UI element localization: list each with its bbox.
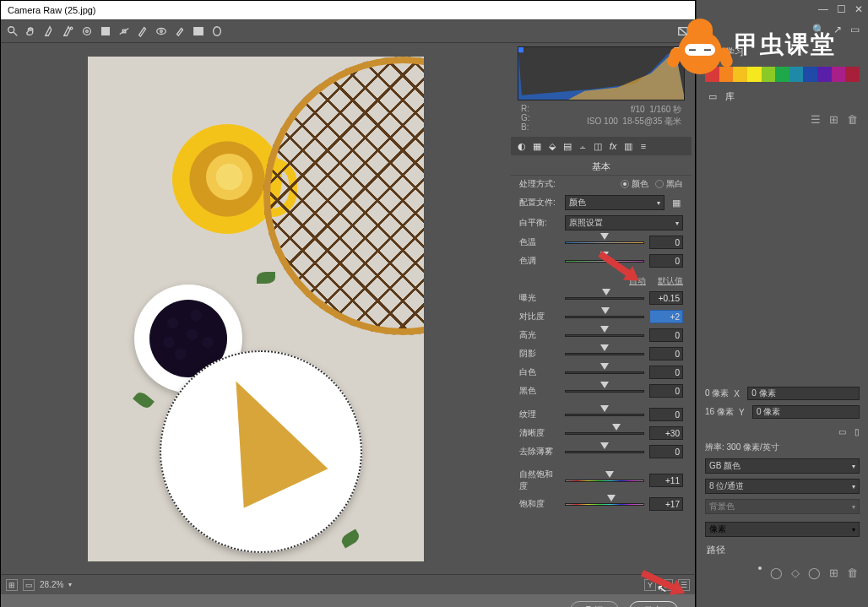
dehaze-value[interactable]: 0 xyxy=(649,445,683,458)
temp-value[interactable]: 0 xyxy=(649,236,683,249)
meta-r: R: xyxy=(521,104,530,113)
window-title: Camera Raw (25.jpg) xyxy=(8,5,96,15)
statusbar: ⊞ ▭ 28.2% ▾ Y ⇄ ☰ xyxy=(1,574,695,594)
color-sampler-tool-icon[interactable] xyxy=(62,24,75,38)
wb-row: 白平衡: 原照设置▾ xyxy=(511,213,692,233)
add-icon[interactable]: ◯ xyxy=(808,566,821,579)
new-path-icon[interactable]: ◯ xyxy=(770,566,783,579)
saturation-value[interactable]: +17 xyxy=(649,497,683,511)
exposure-slider[interactable] xyxy=(565,292,644,304)
section-title: 基本 xyxy=(511,159,692,176)
new-layer-icon[interactable]: ⊞ xyxy=(829,566,838,579)
new-icon[interactable]: ⊞ xyxy=(829,113,838,126)
maximize-icon[interactable]: ☐ xyxy=(837,3,846,15)
colormode-select[interactable]: GB 颜色▾ xyxy=(705,458,860,474)
cancel-button[interactable]: 取消 xyxy=(570,601,619,607)
main-area: R: G: B: f/10 1/160 秒 ISO 100 18-55@35 毫… xyxy=(1,43,695,574)
tab-hsl-icon[interactable]: ▤ xyxy=(561,140,573,152)
saturation-slider[interactable] xyxy=(565,498,644,510)
graduated-filter-icon[interactable] xyxy=(192,24,205,38)
tab-detail-icon[interactable]: ⬙ xyxy=(546,140,558,152)
radial-filter-icon[interactable] xyxy=(210,24,224,38)
dialog-footer: 取消 确定 xyxy=(1,594,695,607)
clarity-value[interactable]: +30 xyxy=(649,426,683,440)
exposure-value[interactable]: +0.15 xyxy=(649,291,683,305)
bgcolor-select[interactable]: 背景色▾ xyxy=(705,499,860,514)
treatment-bw-radio[interactable]: 黑白 xyxy=(655,178,683,190)
profile-row: 配置文件: 颜色▾ ▦ xyxy=(511,192,692,213)
adjustment-brush-icon[interactable] xyxy=(173,24,187,38)
contrast-slider[interactable] xyxy=(565,311,644,322)
tab-basic-icon[interactable]: ◐ xyxy=(516,140,528,152)
channels-select[interactable]: 8 位/通道▾ xyxy=(705,479,860,494)
treatment-color-radio[interactable]: 颜色 xyxy=(621,178,648,190)
svg-rect-14 xyxy=(518,47,524,52)
whites-value[interactable]: 0 xyxy=(649,366,683,379)
tab-effects-icon[interactable]: fx xyxy=(607,140,619,152)
tab-calibration-icon[interactable]: ▥ xyxy=(622,140,634,152)
crop-tool-icon[interactable] xyxy=(99,24,112,38)
zoom-level[interactable]: 28.2% xyxy=(40,580,63,589)
svg-point-11 xyxy=(214,27,221,36)
unit-select[interactable]: 像素▾ xyxy=(705,522,860,537)
tint-value[interactable]: 0 xyxy=(649,254,683,268)
tab-presets-icon[interactable]: ≡ xyxy=(637,140,649,152)
minimize-icon[interactable]: — xyxy=(818,3,828,15)
redeye-tool-icon[interactable] xyxy=(155,24,168,38)
temp-slider[interactable] xyxy=(565,236,644,248)
image-metadata: R: G: B: f/10 1/160 秒 ISO 100 18-55@35 毫… xyxy=(511,102,692,133)
workspace-icon[interactable]: ▭ xyxy=(850,24,860,35)
shadows-value[interactable]: 0 xyxy=(649,347,683,360)
x-field[interactable]: 0 像素 xyxy=(747,387,860,400)
highlights-slider[interactable] xyxy=(565,329,644,341)
blacks-slider[interactable] xyxy=(565,385,644,397)
ok-button[interactable]: 确定 xyxy=(629,601,678,607)
target-adjust-tool-icon[interactable] xyxy=(80,24,94,38)
paths-panel-item[interactable]: 路径 xyxy=(697,542,868,561)
profile-browse-icon[interactable]: ▦ xyxy=(670,196,683,209)
trash-icon[interactable]: 🗑 xyxy=(847,113,858,126)
portrait-icon[interactable]: ▯ xyxy=(854,427,860,436)
svg-point-9 xyxy=(160,30,163,33)
straighten-tool-icon[interactable] xyxy=(117,24,131,38)
wb-label: 白平衡: xyxy=(519,217,560,229)
close-icon[interactable]: ✕ xyxy=(854,3,863,15)
preview-area[interactable] xyxy=(1,43,511,574)
view-single-icon[interactable]: ▭ xyxy=(23,579,35,591)
hand-tool-icon[interactable] xyxy=(24,24,38,38)
blacks-value[interactable]: 0 xyxy=(649,384,683,398)
meta-g: G: xyxy=(521,113,530,122)
tab-split-icon[interactable]: ⫠ xyxy=(577,140,589,152)
zoom-tool-icon[interactable] xyxy=(6,24,19,38)
library-panel-item[interactable]: ▭库 xyxy=(697,85,868,108)
vibrance-slider[interactable] xyxy=(565,474,644,486)
auto-default-row: 自动 默认值 xyxy=(511,270,692,289)
default-link[interactable]: 默认值 xyxy=(658,275,683,287)
whites-slider[interactable] xyxy=(565,366,644,378)
svg-rect-5 xyxy=(102,28,110,35)
contrast-value[interactable]: +2 xyxy=(649,310,683,323)
delete-icon[interactable]: 🗑 xyxy=(847,566,858,579)
view-grid-icon[interactable]: ⊞ xyxy=(6,579,18,591)
highlights-value[interactable]: 0 xyxy=(649,328,683,342)
dehaze-slider[interactable] xyxy=(565,446,644,458)
artboard-icon[interactable]: ▭ xyxy=(838,427,846,436)
texture-slider[interactable] xyxy=(565,409,644,420)
clarity-slider[interactable] xyxy=(565,427,644,439)
host-panel: — ☐ ✕ 🔍 ↗ ▭ 💡学习 ▭库 ☰ ⊞ 🗑 0 像素X0 像素 16 像素… xyxy=(696,0,868,607)
list-icon[interactable]: ☰ xyxy=(811,113,821,126)
svg-line-1 xyxy=(14,32,17,35)
texture-value[interactable]: 0 xyxy=(649,408,683,421)
tab-lens-icon[interactable]: ◫ xyxy=(592,140,604,152)
spot-removal-tool-icon[interactable] xyxy=(136,24,149,38)
vibrance-value[interactable]: +11 xyxy=(649,474,683,487)
wb-select[interactable]: 原照设置▾ xyxy=(565,215,683,230)
tab-curve-icon[interactable]: ▦ xyxy=(531,140,543,152)
profile-select[interactable]: 颜色▾ xyxy=(565,195,665,210)
mask-icon[interactable]: ◇ xyxy=(791,566,800,579)
y-field[interactable]: 0 像素 xyxy=(752,405,860,419)
shadows-slider[interactable] xyxy=(565,348,644,360)
white-balance-tool-icon[interactable] xyxy=(43,24,57,38)
cursor-icon: ↖ xyxy=(656,581,669,596)
histogram[interactable] xyxy=(518,46,685,100)
